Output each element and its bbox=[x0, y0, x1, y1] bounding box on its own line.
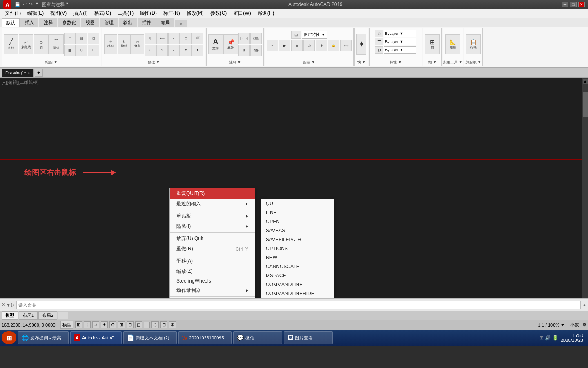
ctx-subobject-filter[interactable]: 子对象选择过滤器 bbox=[170, 298, 255, 298]
line-button[interactable]: ╱ 直线 bbox=[4, 34, 18, 54]
sub-commandlinehide[interactable]: COMMANDLINEHIDE bbox=[261, 289, 334, 298]
quick-access-save[interactable]: 💾 bbox=[14, 2, 21, 8]
canvas-area[interactable]: [+][俯视][二维线框] 绘图区右击鼠标 重复QUIT(R) 最近的输入 剪贴… bbox=[0, 78, 588, 298]
array-button[interactable]: ⊞ bbox=[180, 33, 192, 44]
layer-freeze[interactable]: ❄ bbox=[316, 40, 327, 51]
doc-tab-drawing1[interactable]: Drawing1* × bbox=[2, 69, 34, 77]
taskbar-ie[interactable]: 🌐 发布提问 - 最高... bbox=[18, 331, 69, 344]
circle-button[interactable]: ○ 圆 bbox=[34, 34, 49, 54]
sub-options[interactable]: OPTIONS bbox=[261, 244, 334, 253]
menu-help[interactable]: 帮助(H) bbox=[254, 9, 278, 18]
menu-tools[interactable]: 工具(T) bbox=[114, 9, 137, 18]
layer-tools[interactable]: ⊕ bbox=[291, 40, 303, 51]
mtext-button[interactable]: 📌 标注 bbox=[223, 34, 238, 54]
linetype-dropdown[interactable]: 线性 bbox=[250, 33, 262, 44]
sel-btn[interactable]: ⊡ bbox=[160, 321, 167, 328]
quick-access-redo[interactable]: ↪ bbox=[28, 2, 33, 8]
ctx-isolate[interactable]: 隔离(I) bbox=[170, 221, 255, 231]
sub-wscurrent[interactable]: WSCURRENT bbox=[261, 298, 334, 298]
menu-params[interactable]: 参数(C) bbox=[207, 9, 230, 18]
measure-button[interactable]: 📐 测量 bbox=[445, 34, 460, 54]
match-props[interactable]: ⊕ bbox=[375, 30, 383, 37]
copy-button[interactable]: ⎘ bbox=[145, 33, 156, 44]
bylayer-dropdown2[interactable]: ByLayer ▼ bbox=[384, 38, 416, 45]
arc-button[interactable]: ⌒ 圆弧 bbox=[49, 34, 64, 54]
command-input[interactable] bbox=[16, 301, 581, 309]
pulldown-button[interactable]: ▼ bbox=[192, 45, 203, 56]
taskbar-wechat[interactable]: 💬 微信 bbox=[233, 331, 282, 344]
rect-button[interactable]: □ bbox=[64, 33, 76, 44]
minimize-button[interactable]: ─ bbox=[562, 2, 568, 7]
fillet-button[interactable]: ⌐ bbox=[168, 33, 180, 44]
tab-default[interactable]: 默认 bbox=[2, 18, 20, 27]
wipeout-button[interactable]: ☐ bbox=[88, 45, 99, 56]
menu-format[interactable]: 格式(O) bbox=[91, 9, 114, 18]
ctx-undo[interactable]: 放弃(U) Quit bbox=[170, 233, 255, 244]
scroll-thumb[interactable] bbox=[583, 92, 588, 117]
ribbon-title-dropdown[interactable]: ▼ bbox=[34, 2, 40, 8]
menu-dimension[interactable]: 标注(N) bbox=[160, 9, 183, 18]
sub-mspace[interactable]: MSPACE bbox=[261, 271, 334, 280]
ribbon-dropdown[interactable]: ▼ bbox=[65, 2, 69, 8]
menu-file[interactable]: 文件(F) bbox=[2, 9, 24, 18]
paste-button[interactable]: 📋 粘贴 bbox=[466, 34, 481, 54]
text-button[interactable]: A 文字 bbox=[208, 34, 223, 54]
ctx-zoom[interactable]: 缩放(Z) bbox=[170, 266, 255, 276]
explode-button[interactable]: ✦ bbox=[180, 45, 192, 56]
layer-match2[interactable]: ⟺ bbox=[340, 40, 352, 51]
ctx-redo[interactable]: 重做(R) Ctrl+Y bbox=[170, 244, 255, 254]
layout-model[interactable]: 模型 bbox=[2, 311, 18, 320]
chamfer-button[interactable]: ⌐ bbox=[168, 45, 180, 56]
close-button[interactable]: ✕ bbox=[578, 2, 585, 7]
menu-insert[interactable]: 插入(I) bbox=[70, 9, 91, 18]
taskbar-autocad[interactable]: A Autodesk AutoC... bbox=[70, 331, 122, 344]
quick-access-undo[interactable]: ↩ bbox=[22, 2, 27, 8]
menu-edit[interactable]: 编辑(E) bbox=[24, 9, 47, 18]
taskbar-imgview[interactable]: 🖼 图片查看 bbox=[284, 331, 333, 344]
table-button[interactable]: ⊞ bbox=[238, 45, 250, 56]
hatch-button[interactable]: ▦ bbox=[64, 45, 76, 56]
settings-icon[interactable]: ⚙ bbox=[582, 322, 586, 328]
otrack-btn[interactable]: ⊞ bbox=[118, 321, 125, 328]
layout-1[interactable]: 布局1 bbox=[19, 311, 38, 320]
sub-open[interactable]: OPEN bbox=[261, 217, 334, 226]
tray-vol[interactable]: 🔊 bbox=[545, 335, 551, 341]
layer-iso[interactable]: ◎ bbox=[303, 40, 315, 51]
bylayer-dropdown3[interactable]: ByLayer ▼ bbox=[384, 46, 416, 54]
layout-2[interactable]: 布局2 bbox=[38, 311, 57, 320]
tab-manage[interactable]: 管理 bbox=[100, 18, 118, 27]
sub-commandline[interactable]: COMMANDLINE bbox=[261, 280, 334, 289]
taskbar-wps[interactable]: W 20201026100095... bbox=[178, 331, 232, 344]
trim-button[interactable]: ✂修剪 bbox=[131, 34, 144, 54]
doc-tab-close[interactable]: × bbox=[28, 71, 30, 75]
restore-button[interactable]: □ bbox=[570, 2, 577, 7]
close-cmd[interactable]: ✕ bbox=[2, 302, 5, 307]
tab-parametric[interactable]: 参数化 bbox=[58, 18, 80, 27]
menu-draw[interactable]: 绘图(D) bbox=[137, 9, 160, 18]
sub-new[interactable]: NEW bbox=[261, 253, 334, 262]
layout-add[interactable]: + bbox=[58, 312, 68, 319]
ctx-pan[interactable]: 平移(A) bbox=[170, 256, 255, 266]
tab-extra[interactable]: ● bbox=[175, 20, 187, 27]
taskbar-txt[interactable]: 📄 新建文本文档 (2)... bbox=[123, 331, 177, 344]
model-label[interactable]: 模型 bbox=[60, 321, 74, 329]
transp-btn[interactable]: ◌ bbox=[151, 321, 159, 328]
sub-saveas[interactable]: SAVEAS bbox=[261, 226, 334, 235]
sub-cannoscale[interactable]: CANNOSCALE bbox=[261, 262, 334, 271]
menu-view[interactable]: 视图(V) bbox=[47, 9, 70, 18]
tab-insert[interactable]: 插入 bbox=[20, 18, 38, 27]
region-button[interactable]: ◻ bbox=[88, 33, 99, 44]
ctx-recent-input[interactable]: 最近的输入 bbox=[170, 199, 255, 209]
boundary-button[interactable]: ⬡ bbox=[76, 45, 87, 56]
gizmo-btn[interactable]: ⊕ bbox=[169, 321, 176, 328]
rotate-button[interactable]: ↻旋转 bbox=[118, 34, 131, 54]
scroll-up[interactable]: ▲ bbox=[583, 79, 588, 84]
osnap-btn[interactable]: ⊕ bbox=[109, 321, 116, 328]
insert-block[interactable]: ✦ bbox=[356, 34, 366, 55]
mirror-button[interactable]: ⟺ bbox=[156, 33, 168, 44]
scale-display[interactable]: 1:1 / 100% ▼ bbox=[536, 322, 567, 328]
stretch-button[interactable]: ↔ bbox=[145, 45, 156, 56]
menu-modify[interactable]: 修改(M) bbox=[183, 9, 207, 18]
lweight-btn[interactable]: ─ bbox=[144, 322, 150, 328]
layer-current[interactable]: ▶ bbox=[279, 40, 290, 51]
